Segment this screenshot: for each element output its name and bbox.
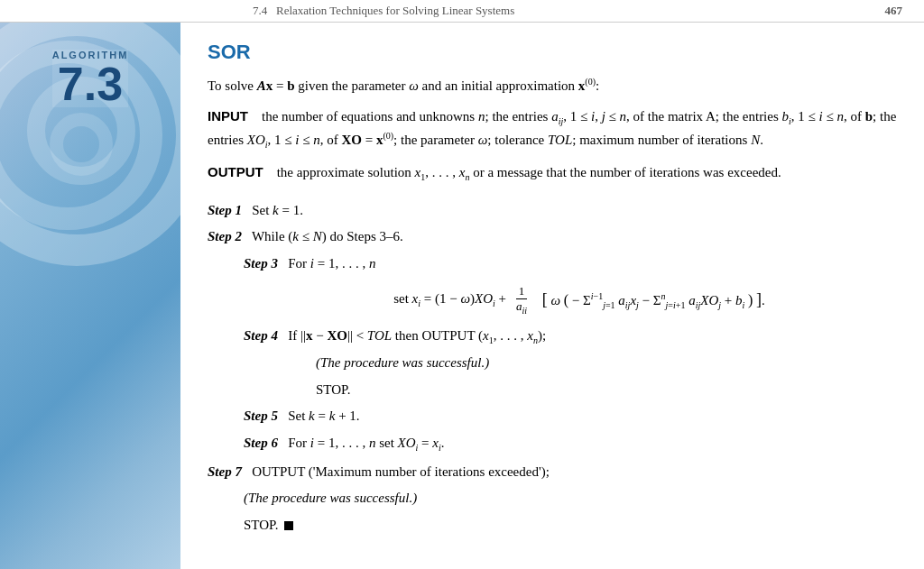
output-block: OUTPUT the approximate solution x1, . . …: [208, 161, 897, 185]
step-4-sub1: (The procedure was successful.): [208, 352, 897, 375]
step-2-label: Step 2: [208, 229, 242, 243]
output-label: OUTPUT: [208, 164, 263, 179]
step-6-label: Step 6: [244, 436, 278, 450]
steps-area: Step 1 Set k = 1. Step 2 While (k ≤ N) d…: [208, 199, 897, 541]
step-7-sub1: (The procedure was successful.): [208, 487, 897, 510]
step-7: Step 7 OUTPUT ('Maximum number of iterat…: [208, 461, 897, 484]
step-6: Step 6 For i = 1, . . . , n set XOi = xi…: [208, 432, 897, 455]
step-5-label: Step 5: [244, 408, 278, 423]
step-1-label: Step 1: [208, 203, 242, 217]
step-4: Step 4 If ||x − XO|| < TOL then OUTPUT (…: [208, 325, 897, 348]
content-area: SOR To solve Ax = b given the parameter …: [180, 23, 924, 569]
page-number: 467: [885, 4, 903, 18]
header-bar: 7.4 Relaxation Techniques for Solving Li…: [0, 0, 924, 23]
algorithm-number: 7.3: [52, 60, 129, 107]
step-5: Step 5 Set k = k + 1.: [208, 405, 897, 428]
step-4-label: Step 4: [244, 328, 278, 343]
sidebar: ALGORITHM 7.3: [0, 23, 180, 569]
page-wrapper: 7.4 Relaxation Techniques for Solving Li…: [0, 0, 924, 569]
step-7-sub2: STOP.: [208, 514, 897, 537]
input-block: INPUT the number of equations and unknow…: [208, 106, 897, 152]
algorithm-box: ALGORITHM 7.3: [52, 50, 129, 107]
intro-line: To solve Ax = b given the parameter ω an…: [208, 75, 897, 96]
fraction: 1 aii: [513, 284, 530, 316]
algo-title: SOR: [208, 41, 897, 64]
step-3-label: Step 3: [244, 256, 278, 271]
sidebar-circle-2: [50, 113, 113, 176]
step-4-sub2: STOP.: [208, 379, 897, 402]
formula: set xi = (1 − ω)XOi + 1 aii [ ω ( − Σi−1…: [262, 284, 897, 316]
end-square: [284, 521, 293, 530]
step-1: Step 1 Set k = 1.: [208, 199, 897, 223]
main-content: ALGORITHM 7.3 SOR To solve Ax = b given …: [0, 23, 924, 569]
step-3: Step 3 For i = 1, . . . , n: [208, 252, 897, 276]
step-7-label: Step 7: [208, 464, 242, 479]
chapter-title: 7.4 Relaxation Techniques for Solving Li…: [253, 4, 514, 18]
input-label: INPUT: [208, 108, 248, 124]
step-2: Step 2 While (k ≤ N) do Steps 3–6.: [208, 225, 897, 249]
